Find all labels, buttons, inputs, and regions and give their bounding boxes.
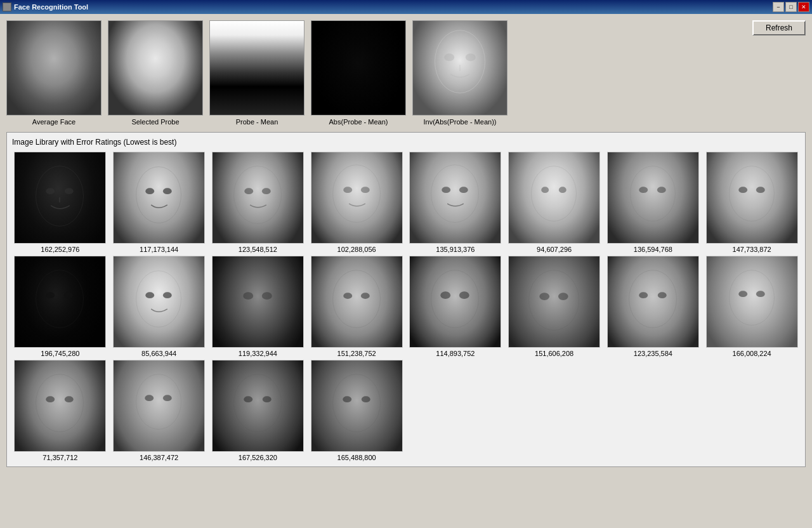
abs-probe-mean-image [311, 20, 406, 116]
library-item-lib-14[interactable]: 151,606,208 [506, 256, 603, 357]
svg-point-27 [738, 187, 747, 193]
main-content: Average Face Selected Probe Probe - Mean… [0, 14, 812, 528]
svg-point-61 [263, 396, 272, 402]
library-item-lib-17[interactable]: 71,357,712 [12, 360, 108, 461]
svg-point-45 [539, 293, 549, 300]
svg-point-40 [361, 293, 370, 299]
svg-point-31 [64, 292, 73, 298]
svg-point-2 [466, 53, 476, 61]
face-item-probe-mean: Probe - Mean [209, 20, 304, 126]
svg-point-13 [262, 188, 271, 194]
title-bar: Face Recognition Tool − □ ✕ [0, 0, 812, 14]
maximize-button[interactable]: □ [785, 2, 797, 12]
svg-point-6 [65, 188, 74, 194]
svg-point-41 [431, 270, 479, 328]
selected-probe-label: Selected Probe [131, 118, 179, 126]
average-face-image [6, 20, 102, 116]
library-item-lib-11[interactable]: 119,332,944 [210, 256, 306, 357]
library-item-lib-13[interactable]: 114,893,752 [407, 256, 504, 357]
svg-point-47 [629, 270, 676, 328]
library-item-lib-6[interactable]: 94,607,296 [506, 152, 603, 253]
abs-probe-mean-label: Abs(Probe - Mean) [329, 118, 388, 126]
library-face-lib-10 [113, 256, 205, 348]
library-item-lib-5[interactable]: 135,913,376 [407, 152, 504, 253]
top-section: Average Face Selected Probe Probe - Mean… [6, 20, 806, 126]
inv-abs-label: Inv(Abs(Probe - Mean)) [424, 118, 497, 126]
svg-point-10 [163, 188, 172, 194]
probe-mean-label: Probe - Mean [236, 118, 278, 126]
title-bar-controls: − □ ✕ [773, 2, 809, 12]
svg-point-24 [639, 187, 648, 193]
selected-probe-image [108, 20, 203, 116]
library-face-lib-14 [508, 256, 600, 348]
svg-point-18 [442, 187, 451, 193]
minimize-button[interactable]: − [773, 2, 784, 12]
library-score-lib-8: 147,733,872 [733, 246, 771, 253]
library-item-lib-4[interactable]: 102,288,056 [308, 152, 405, 253]
library-score-lib-2: 117,173,144 [140, 246, 178, 253]
library-face-lib-4 [311, 152, 403, 244]
svg-point-54 [46, 396, 55, 402]
library-item-lib-2[interactable]: 117,173,144 [111, 152, 207, 253]
svg-point-22 [559, 187, 566, 193]
library-face-lib-17 [14, 360, 106, 452]
svg-point-53 [36, 374, 84, 432]
library-face-lib-16 [706, 256, 798, 348]
svg-point-29 [36, 270, 84, 328]
library-item-lib-18[interactable]: 146,387,472 [111, 360, 207, 461]
svg-point-17 [431, 165, 479, 223]
svg-point-32 [136, 271, 181, 327]
library-item-lib-7[interactable]: 136,594,768 [605, 152, 702, 253]
library-score-lib-4: 102,288,056 [337, 246, 376, 253]
library-score-lib-19: 167,526,320 [239, 454, 277, 461]
refresh-button[interactable]: Refresh [752, 20, 806, 36]
svg-point-48 [639, 292, 648, 298]
face-item-average: Average Face [6, 20, 102, 126]
library-score-lib-5: 135,913,376 [436, 246, 475, 253]
library-score-lib-10: 85,663,944 [141, 350, 176, 357]
svg-point-35 [232, 269, 282, 329]
library-face-lib-5 [409, 152, 501, 244]
library-item-lib-3[interactable]: 123,548,512 [210, 152, 306, 253]
library-score-lib-15: 123,235,584 [634, 350, 672, 357]
library-face-lib-6 [508, 152, 600, 244]
svg-point-15 [343, 187, 352, 193]
library-title: Image Library with Error Ratings (Lowest… [12, 138, 800, 147]
library-item-lib-15[interactable]: 123,235,584 [605, 256, 702, 357]
face-item-abs: Abs(Probe - Mean) [311, 20, 406, 126]
library-grid: 162,252,976117,173,144123,548,512102,288… [12, 152, 800, 461]
library-item-lib-12[interactable]: 151,238,752 [308, 256, 405, 357]
library-face-lib-13 [409, 256, 501, 348]
face-item-inv: Inv(Abs(Probe - Mean)) [412, 20, 508, 126]
library-item-lib-9[interactable]: 196,745,280 [12, 256, 108, 357]
library-item-lib-8[interactable]: 147,733,872 [704, 152, 800, 253]
library-section: Image Library with Error Ratings (Lowest… [6, 132, 806, 467]
svg-point-33 [145, 292, 154, 298]
library-face-lib-12 [311, 256, 403, 348]
library-item-lib-10[interactable]: 85,663,944 [111, 256, 207, 357]
svg-point-12 [244, 188, 253, 194]
svg-point-5 [46, 188, 55, 194]
svg-point-26 [729, 166, 774, 221]
library-item-lib-19[interactable]: 167,526,320 [210, 360, 306, 461]
svg-point-34 [163, 292, 172, 298]
library-score-lib-1: 162,252,976 [41, 246, 79, 253]
refresh-button-container: Refresh [752, 20, 806, 36]
library-face-lib-19 [212, 360, 304, 452]
svg-point-58 [163, 395, 172, 401]
library-item-lib-1[interactable]: 162,252,976 [12, 152, 108, 253]
title-bar-text: Face Recognition Tool [3, 3, 88, 11]
svg-point-37 [262, 292, 272, 300]
library-score-lib-16: 166,008,224 [733, 350, 771, 357]
library-score-lib-6: 94,607,296 [537, 246, 572, 253]
svg-point-8 [136, 167, 181, 223]
library-item-lib-20[interactable]: 165,488,800 [308, 360, 405, 461]
svg-point-49 [658, 292, 667, 298]
svg-point-57 [145, 395, 154, 401]
close-button[interactable]: ✕ [798, 2, 809, 12]
library-face-lib-2 [113, 152, 205, 244]
library-score-lib-20: 165,488,800 [337, 454, 376, 461]
svg-point-16 [361, 187, 370, 193]
library-item-lib-16[interactable]: 166,008,224 [704, 256, 800, 357]
svg-point-64 [362, 396, 370, 402]
